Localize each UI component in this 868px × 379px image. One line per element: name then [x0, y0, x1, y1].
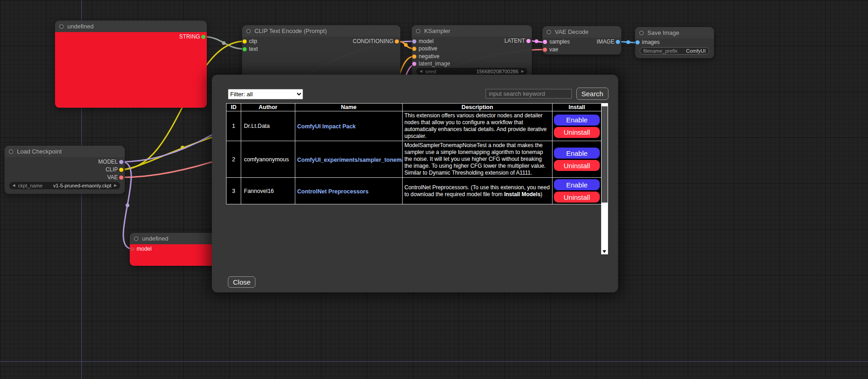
modal-scrollbar[interactable] [601, 103, 608, 254]
close-button[interactable]: Close [228, 276, 255, 288]
node-title: undefined [67, 23, 94, 30]
ckpt-name-widget[interactable]: ◀ ckpt_name v1-5-pruned-emaonly.ckpt ▶ [9, 182, 120, 189]
input-dot-clip[interactable] [243, 39, 247, 44]
slot-label: model [137, 246, 152, 252]
next-icon[interactable]: ▶ [114, 184, 117, 187]
node-load-checkpoint[interactable]: Load Checkpoint MODEL CLIP VAE ◀ ckpt_na… [5, 146, 125, 194]
description-text: ModelSamplerTonemapNoiseTest a node that… [404, 142, 546, 176]
filter-select[interactable]: Filter: all [228, 89, 303, 99]
enable-button[interactable]: Enable [554, 148, 600, 159]
enable-button[interactable]: Enable [554, 179, 600, 190]
table-row: 3 Fannovel16 ControlNet Preprocessors Co… [227, 178, 602, 204]
scrollbar-thumb[interactable] [602, 106, 608, 203]
slot-label: positive [419, 45, 437, 52]
uninstall-button[interactable]: Uninstall [554, 127, 600, 138]
input-dot-negative[interactable] [412, 55, 416, 59]
input-dot-model[interactable] [130, 247, 134, 251]
cell-author: comfyanonymous [241, 141, 295, 178]
slot-label: latent_image [419, 60, 450, 67]
slot-label: MODEL [98, 159, 118, 165]
cell-description: ModelSamplerTonemapNoiseTest a node that… [403, 141, 553, 178]
search-button[interactable]: Search [576, 88, 608, 100]
uninstall-button[interactable]: Uninstall [554, 192, 600, 203]
node-title: Load Checkpoint [17, 148, 62, 155]
enable-button[interactable]: Enable [554, 115, 600, 126]
cell-install: Enable Uninstall [553, 178, 602, 204]
output-dot-latent[interactable] [526, 39, 531, 43]
output-dot-clip[interactable] [119, 168, 123, 172]
node-vae-decode[interactable]: VAE Decode samples vae IMAGE [542, 26, 621, 55]
node-header[interactable]: KSampler [412, 25, 532, 37]
extension-link[interactable]: ComfyUI_experiments/sampler_tonemap [297, 157, 403, 163]
node-header[interactable]: undefined [55, 21, 207, 32]
decrement-icon[interactable]: ◀ [420, 70, 422, 73]
node-collapse-dot[interactable] [59, 24, 64, 29]
input-slot-model: model [130, 245, 152, 253]
slot-label: vae [549, 46, 558, 53]
table-header-row: ID Author Name Description Install [227, 104, 602, 111]
input-dot-vae[interactable] [543, 48, 547, 52]
node-header[interactable]: VAE Decode [542, 26, 621, 38]
input-dot-samples[interactable] [543, 40, 547, 44]
input-dot-positive[interactable] [412, 47, 416, 51]
input-slot-clip: clip [242, 38, 257, 45]
header-name: Name [295, 104, 403, 111]
slot-label: CLIP [105, 166, 118, 173]
slot-label: STRING [179, 33, 200, 40]
output-slot-model: MODEL [98, 158, 125, 165]
output-dot-model[interactable] [119, 160, 123, 164]
filename-prefix-widget[interactable]: filename_prefix ComfyUI [640, 47, 709, 55]
node-collapse-dot[interactable] [134, 236, 138, 241]
slot-label: model [419, 38, 434, 44]
custom-nodes-manager-dialog: Filter: all Search ID Author Name Descri… [212, 75, 618, 292]
cell-install: Enable Uninstall [553, 111, 602, 141]
output-dot-vae[interactable] [119, 176, 123, 180]
node-header[interactable]: CLIP Text Encode (Prompt) [242, 25, 400, 37]
node-undefined-top[interactable]: undefined STRING [55, 21, 207, 108]
output-dot-conditioning[interactable] [395, 39, 399, 44]
input-dot-model[interactable] [412, 39, 416, 44]
extension-link[interactable]: ComfyUI Impact Pack [297, 123, 356, 130]
widget-value[interactable]: 156680208700286 [476, 69, 519, 74]
cell-author: Dr.Lt.Data [241, 111, 295, 141]
slot-label: VAE [107, 174, 118, 181]
node-header[interactable]: Load Checkpoint [5, 146, 125, 157]
increment-icon[interactable]: ▶ [521, 70, 524, 73]
extension-link[interactable]: ControlNet Preprocessors [297, 188, 369, 195]
node-collapse-dot[interactable] [639, 31, 644, 35]
scrollbar-down-icon[interactable] [603, 250, 606, 253]
search-input[interactable] [486, 89, 572, 99]
widget-value[interactable]: v1-5-pruned-emaonly.ckpt [53, 183, 111, 188]
node-collapse-dot[interactable] [547, 30, 551, 34]
output-dot-image[interactable] [616, 40, 620, 44]
slot-label: images [642, 39, 660, 45]
node-title: KSampler [424, 27, 450, 34]
output-dot-string[interactable] [201, 35, 205, 39]
cell-name: ControlNet Preprocessors [295, 178, 403, 204]
input-dot-text[interactable] [243, 47, 247, 51]
widget-value[interactable]: ComfyUI [686, 48, 706, 54]
seed-widget[interactable]: ◀ seed 156680208700286 ▶ [416, 68, 527, 75]
widget-label: filename_prefix [643, 48, 678, 54]
node-error-body [55, 32, 207, 108]
description-text: This extension offers various detector n… [404, 112, 547, 139]
extensions-table: ID Author Name Description Install 1 Dr.… [226, 103, 602, 204]
cell-id: 1 [227, 111, 241, 141]
input-slot-images: images [635, 38, 660, 46]
wire-dot-image [626, 40, 630, 44]
input-dot-latent-image[interactable] [412, 62, 416, 66]
output-slot-string: STRING [179, 33, 207, 40]
node-header[interactable]: Save Image [635, 27, 714, 38]
node-title: CLIP Text Encode (Prompt) [254, 27, 327, 34]
uninstall-button[interactable]: Uninstall [554, 160, 600, 171]
input-dot-images[interactable] [636, 40, 640, 44]
input-slot-positive: positive [412, 45, 437, 52]
node-collapse-dot[interactable] [416, 29, 420, 33]
node-collapse-dot[interactable] [9, 149, 13, 154]
slot-label: CONDITIONING [353, 38, 393, 44]
output-slot-image: IMAGE [597, 38, 621, 45]
node-collapse-dot[interactable] [246, 29, 251, 33]
header-author: Author [241, 104, 295, 111]
node-save-image[interactable]: Save Image images filename_prefix ComfyU… [635, 27, 714, 58]
previous-icon[interactable]: ◀ [12, 184, 15, 187]
